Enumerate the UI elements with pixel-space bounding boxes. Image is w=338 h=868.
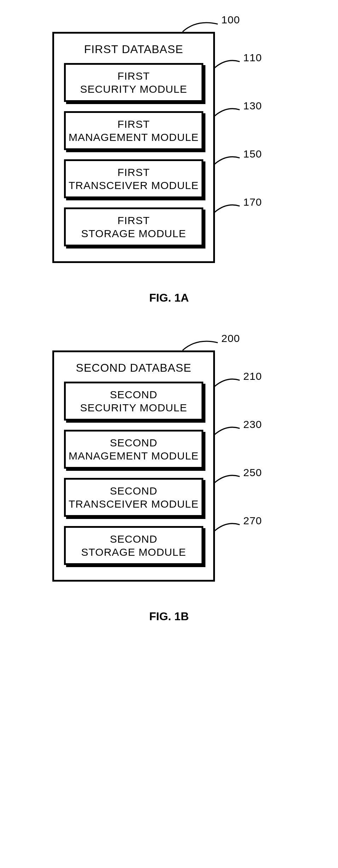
leader-curve-icon (215, 472, 240, 484)
leader-curve-icon (215, 520, 240, 532)
reference-number: 110 (243, 52, 262, 64)
reference-leader-outer: 200 (182, 338, 240, 350)
leader-curve-icon (215, 202, 240, 214)
leader-curve-icon (215, 105, 240, 118)
module-line2: MANAGEMENT MODULE (69, 450, 199, 462)
reference-leader: 110 (215, 57, 262, 69)
module-label: FIRST TRANSCEIVER MODULE (69, 166, 199, 192)
leader-curve-icon (215, 424, 240, 436)
module-line1: FIRST (117, 215, 150, 226)
module-label: FIRST STORAGE MODULE (81, 214, 186, 240)
second-management-module: SECOND MANAGEMENT MODULE (64, 430, 203, 469)
reference-leader: 130 (215, 105, 262, 118)
module-line2: STORAGE MODULE (81, 546, 186, 558)
reference-number: 210 (243, 370, 262, 382)
reference-number: 170 (243, 196, 262, 208)
figure-1a: 100 FIRST DATABASE FIRST SECURITY MODULE… (52, 32, 286, 304)
leader-curve-icon (215, 376, 240, 388)
module-line2: MANAGEMENT MODULE (69, 131, 199, 143)
module-line1: SECOND (110, 485, 157, 497)
module-line1: SECOND (110, 437, 157, 449)
module-label: SECOND TRANSCEIVER MODULE (69, 484, 199, 511)
module-line2: SECURITY MODULE (80, 402, 187, 413)
figure-1b: 200 SECOND DATABASE SECOND SECURITY MODU… (52, 350, 286, 623)
leader-curve-icon (182, 338, 218, 350)
first-security-module: FIRST SECURITY MODULE (64, 63, 203, 102)
module-line1: FIRST (117, 118, 150, 130)
reference-leader-outer: 100 (182, 19, 240, 32)
module-line1: SECOND (110, 533, 157, 545)
leader-curve-icon (182, 19, 218, 32)
second-security-module: SECOND SECURITY MODULE (64, 382, 203, 421)
module-line1: FIRST (117, 70, 150, 82)
reference-number: 100 (221, 14, 240, 26)
module-line2: TRANSCEIVER MODULE (69, 498, 199, 510)
second-storage-module: SECOND STORAGE MODULE (64, 526, 203, 565)
module-label: SECOND SECURITY MODULE (80, 388, 187, 415)
module-line2: TRANSCEIVER MODULE (69, 179, 199, 191)
first-transceiver-module: FIRST TRANSCEIVER MODULE (64, 159, 203, 198)
reference-number: 250 (243, 467, 262, 479)
module-line1: SECOND (110, 389, 157, 400)
module-label: SECOND MANAGEMENT MODULE (69, 436, 199, 463)
reference-leader: 210 (215, 376, 262, 388)
second-transceiver-module: SECOND TRANSCEIVER MODULE (64, 478, 203, 517)
outer-box-title: SECOND DATABASE (64, 361, 203, 375)
first-storage-module: FIRST STORAGE MODULE (64, 207, 203, 246)
diagram-row-1a: 100 FIRST DATABASE FIRST SECURITY MODULE… (52, 32, 286, 263)
reference-number: 200 (221, 332, 240, 344)
outer-box-title: FIRST DATABASE (64, 43, 203, 56)
module-label: FIRST SECURITY MODULE (80, 69, 187, 96)
reference-number: 270 (243, 515, 262, 527)
module-line2: SECURITY MODULE (80, 83, 187, 95)
leader-curve-icon (215, 57, 240, 69)
reference-number: 230 (243, 418, 262, 430)
reference-number: 150 (243, 148, 262, 160)
first-database-box: FIRST DATABASE FIRST SECURITY MODULE FIR… (52, 32, 215, 263)
reference-leader: 170 (215, 202, 262, 214)
diagram-row-1b: 200 SECOND DATABASE SECOND SECURITY MODU… (52, 350, 286, 582)
module-line2: STORAGE MODULE (81, 228, 186, 239)
figure-caption: FIG. 1B (149, 610, 189, 623)
module-line1: FIRST (117, 166, 150, 178)
outer-box-wrap-1b: 200 SECOND DATABASE SECOND SECURITY MODU… (52, 350, 215, 582)
reference-leader: 150 (215, 154, 262, 166)
module-label: FIRST MANAGEMENT MODULE (69, 118, 199, 144)
reference-leader: 250 (215, 472, 262, 484)
reference-leader: 230 (215, 424, 262, 436)
reference-leader: 270 (215, 520, 262, 532)
figure-caption: FIG. 1A (149, 291, 189, 304)
reference-number: 130 (243, 100, 262, 112)
outer-box-wrap-1a: 100 FIRST DATABASE FIRST SECURITY MODULE… (52, 32, 215, 263)
module-label: SECOND STORAGE MODULE (81, 532, 186, 559)
leader-curve-icon (215, 154, 240, 166)
page: 100 FIRST DATABASE FIRST SECURITY MODULE… (0, 0, 338, 673)
first-management-module: FIRST MANAGEMENT MODULE (64, 111, 203, 150)
second-database-box: SECOND DATABASE SECOND SECURITY MODULE S… (52, 350, 215, 582)
